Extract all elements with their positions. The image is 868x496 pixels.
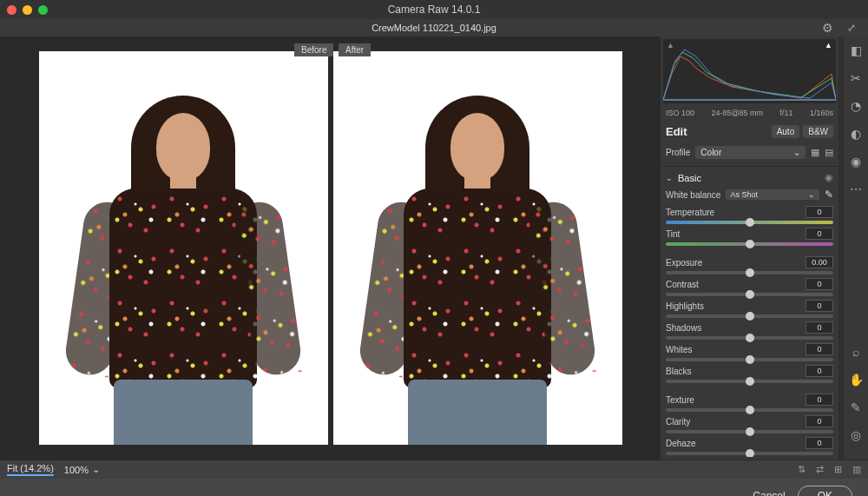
slider-tint: Tint0 — [666, 226, 833, 248]
slider-track[interactable] — [666, 408, 833, 412]
chevron-down-icon: ⌄ — [808, 190, 815, 199]
slider-value-input[interactable]: 0 — [806, 228, 833, 240]
ok-button[interactable]: OK — [798, 486, 852, 496]
basic-section-header[interactable]: Basic — [678, 173, 819, 183]
slider-exposure: Exposure0.00 — [666, 255, 833, 276]
profile-grid-icon[interactable]: ▦ — [811, 147, 819, 158]
slider-value-input[interactable]: 0 — [806, 321, 833, 334]
slider-label: Dehaze — [666, 439, 695, 448]
slider-track[interactable] — [666, 271, 833, 274]
slider-value-input[interactable]: 0 — [806, 365, 833, 377]
slider-track[interactable] — [666, 293, 833, 296]
slider-value-input[interactable]: 0 — [806, 278, 833, 290]
slider-knob[interactable] — [746, 268, 754, 277]
tab-before[interactable]: Before — [294, 43, 333, 56]
slider-knob[interactable] — [746, 427, 754, 436]
slider-knob[interactable] — [746, 218, 754, 227]
tab-after[interactable]: After — [339, 43, 371, 56]
crop-tool-icon[interactable]: ✂ — [847, 69, 865, 87]
slider-knob[interactable] — [746, 449, 754, 457]
slider-value-input[interactable]: 0 — [806, 343, 833, 355]
slider-label: Clarity — [666, 417, 690, 427]
close-icon[interactable] — [7, 5, 16, 15]
iso-label: ISO 100 — [666, 109, 694, 117]
redeye-tool-icon[interactable]: ◉ — [847, 153, 865, 170]
gear-icon[interactable]: ⚙ — [822, 21, 833, 35]
slider-texture: Texture0 — [666, 392, 833, 413]
file-titlebar: CrewModel 110221_0140.jpg ⚙ ⤢ — [0, 19, 868, 36]
mask-tool-icon[interactable]: ◐ — [847, 125, 865, 142]
slider-shadows: Shadows0 — [666, 320, 833, 341]
slider-track[interactable] — [666, 358, 833, 361]
more-tool-icon[interactable]: ⋯ — [847, 181, 865, 198]
slider-value-input[interactable]: 0 — [806, 393, 833, 406]
before-image[interactable] — [39, 51, 328, 445]
slider-value-input[interactable]: 0.00 — [806, 256, 833, 268]
slider-track[interactable] — [666, 314, 833, 318]
view-compare-icon[interactable]: ⇅ — [798, 464, 806, 475]
zoom-tool-icon[interactable]: ⌕ — [847, 343, 865, 360]
fullscreen-icon[interactable]: ⤢ — [847, 22, 856, 34]
footer-bar: Cancel OK — [0, 479, 868, 496]
slider-track[interactable] — [666, 242, 833, 246]
view-swap-icon[interactable]: ⇄ — [816, 464, 824, 475]
slider-value-input[interactable]: 0 — [806, 415, 833, 427]
hand-tool-icon[interactable]: ✋ — [847, 371, 865, 388]
maximize-icon[interactable] — [38, 5, 48, 15]
zoom-level-select[interactable]: 100% ⌄ — [64, 464, 100, 475]
heal-tool-icon[interactable]: ◔ — [847, 97, 865, 115]
chevron-down-icon: ⌄ — [92, 464, 100, 475]
minimize-icon[interactable] — [23, 5, 32, 15]
slider-label: Texture — [666, 395, 694, 405]
slider-knob[interactable] — [746, 334, 754, 342]
profile-select[interactable]: Color ⌄ — [695, 146, 806, 159]
slider-knob[interactable] — [746, 312, 754, 321]
bw-button[interactable]: B&W — [803, 125, 833, 138]
slider-value-input[interactable]: 0 — [806, 206, 833, 218]
view-split-icon[interactable]: ⊞ — [834, 464, 842, 475]
slider-track[interactable] — [666, 452, 833, 455]
after-image[interactable] — [333, 51, 622, 445]
zoom-fit-button[interactable]: Fit (14.2%) — [7, 463, 54, 476]
filmstrip-icon[interactable]: ▥ — [852, 464, 861, 475]
slider-value-input[interactable]: 0 — [806, 300, 833, 312]
slider-track[interactable] — [666, 380, 833, 383]
shadow-clip-icon[interactable]: ▲ — [667, 41, 674, 50]
cancel-button[interactable]: Cancel — [753, 490, 785, 496]
slider-blacks: Blacks0 — [666, 363, 833, 385]
slider-dehaze: Dehaze0 — [666, 435, 833, 457]
auto-button[interactable]: Auto — [772, 125, 800, 138]
slider-track[interactable] — [666, 430, 833, 433]
target-tool-icon[interactable]: ◎ — [847, 427, 865, 444]
slider-label: Shadows — [666, 323, 701, 333]
edit-panel: ▲ ▲ ISO 100 24-85@85 mm f/11 1/160s Edit… — [661, 36, 838, 460]
shutter-label: 1/160s — [810, 109, 833, 117]
slider-knob[interactable] — [746, 240, 754, 248]
aperture-label: f/11 — [780, 109, 793, 117]
slider-track[interactable] — [666, 336, 833, 340]
slider-track[interactable] — [666, 221, 833, 224]
slider-knob[interactable] — [746, 377, 754, 386]
eyedropper-icon[interactable]: ✎ — [825, 188, 833, 201]
capture-metadata: ISO 100 24-85@85 mm f/11 1/160s — [661, 106, 838, 120]
slider-label: Tint — [666, 229, 680, 239]
profile-browse-icon[interactable]: ▤ — [825, 147, 833, 158]
chevron-down-icon[interactable]: ⌄ — [666, 174, 673, 182]
slider-label: Contrast — [666, 280, 699, 289]
slider-temperature: Temperature0 — [666, 204, 833, 226]
slider-knob[interactable] — [746, 355, 754, 364]
visibility-icon[interactable]: ◉ — [825, 172, 833, 183]
bottom-bar: Fit (14.2%) 100% ⌄ ⇅ ⇄ ⊞ ▥ — [0, 460, 868, 479]
slider-label: Exposure — [666, 258, 702, 268]
slider-label: Blacks — [666, 367, 691, 376]
slider-value-input[interactable]: 0 — [806, 437, 833, 449]
edit-tool-icon[interactable]: ◧ — [847, 42, 865, 59]
histogram[interactable]: ▲ ▲ — [663, 39, 836, 103]
white-balance-select[interactable]: As Shot ⌄ — [726, 189, 819, 200]
lens-label: 24-85@85 mm — [711, 109, 763, 117]
slider-knob[interactable] — [746, 290, 754, 299]
window-controls — [7, 5, 48, 15]
wb-tool-icon[interactable]: ✎ — [847, 399, 865, 416]
slider-knob[interactable] — [746, 406, 754, 414]
highlight-clip-icon[interactable]: ▲ — [825, 41, 832, 50]
